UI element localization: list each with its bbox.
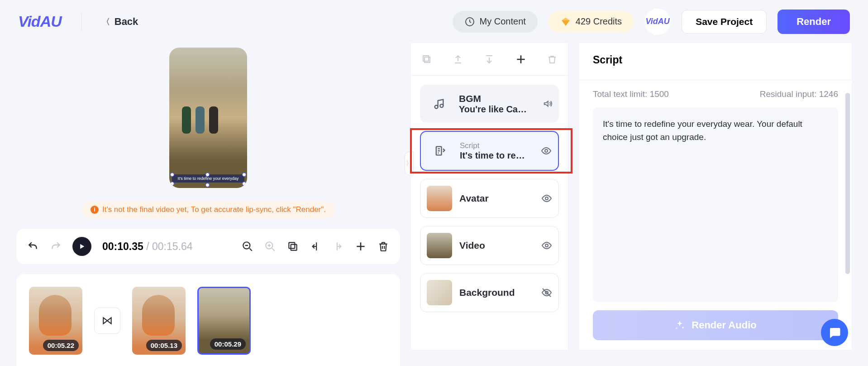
residual-input: Residual input: 1246 [760, 89, 838, 99]
chevron-left-icon: 〈 [102, 16, 110, 27]
layer-value: It's time to re… [460, 150, 534, 161]
undo-button[interactable] [27, 241, 39, 252]
back-label: Back [114, 16, 138, 28]
clip-duration: 00:05.13 [146, 340, 182, 351]
layer-label: Video [459, 240, 534, 251]
info-icon: i [91, 206, 99, 214]
duration: 00:15.64 [152, 241, 193, 252]
svg-rect-5 [424, 57, 430, 63]
hidden-icon[interactable] [541, 287, 552, 298]
clip-3[interactable]: 00:05.29 [197, 287, 251, 355]
layer-label: Avatar [459, 193, 534, 204]
scrollbar[interactable] [845, 93, 850, 274]
panel-title: Script [579, 43, 852, 80]
layer-value: You're like Ca… [459, 104, 535, 115]
video-preview[interactable]: It's time to redefine your everyday [169, 48, 247, 188]
transition-button[interactable] [94, 308, 120, 334]
background-thumb [427, 280, 452, 305]
layer-background[interactable]: Background [420, 273, 559, 312]
render-button[interactable]: Render [777, 10, 850, 34]
zoom-in-button[interactable] [264, 241, 276, 252]
duplicate-layer-icon[interactable] [420, 53, 433, 66]
send-backward-icon[interactable] [483, 53, 496, 66]
layers-panel: 〉 BGM You're like Ca… [411, 43, 568, 350]
clip-2[interactable]: 00:05.13 [132, 287, 186, 355]
zoom-out-button[interactable] [242, 241, 253, 252]
redo-button[interactable] [50, 241, 62, 252]
layer-script[interactable]: Script It's time to re… [420, 131, 559, 171]
layer-label: BGM [459, 93, 535, 104]
total-limit: Total text limit: 1500 [593, 89, 669, 99]
copy-button[interactable] [287, 241, 299, 252]
clip-duration: 00:05.22 [43, 340, 79, 351]
layer-label: Background [459, 287, 534, 298]
layer-bgm[interactable]: BGM You're like Ca… [420, 85, 559, 123]
warning-text: It's not the final video yet, To get acc… [102, 205, 326, 214]
add-layer-icon[interactable] [515, 53, 527, 66]
render-audio-button[interactable]: Render Audio [593, 310, 838, 340]
my-content-label: My Content [480, 16, 526, 27]
music-icon [426, 91, 452, 116]
svg-rect-6 [423, 56, 429, 61]
clip-strip: 00:05.22 00:05.13 00:05.29 [16, 274, 400, 366]
credits-button[interactable]: 429 Credits [548, 11, 634, 33]
clip-duration: 00:05.29 [210, 338, 246, 350]
brand-avatar[interactable]: VidAU [644, 9, 671, 35]
svg-point-10 [545, 149, 548, 152]
visibility-icon[interactable] [541, 240, 552, 251]
main: It's time to redefine your everyday i It… [0, 43, 868, 366]
visibility-icon[interactable] [541, 145, 552, 156]
delete-button[interactable] [377, 241, 389, 252]
split-right-button[interactable] [332, 241, 344, 252]
credits-icon [560, 16, 571, 27]
save-project-button[interactable]: Save Project [682, 10, 767, 34]
clock-icon [464, 16, 475, 27]
visibility-icon[interactable] [541, 193, 552, 204]
header: VidAU 〈 Back My Content 429 Credits VidA… [0, 0, 868, 43]
svg-rect-4 [289, 242, 295, 248]
svg-rect-3 [291, 245, 297, 250]
my-content-button[interactable]: My Content [453, 11, 538, 33]
script-panel: Script Total text limit: 1500 Residual i… [579, 43, 852, 350]
script-icon [427, 138, 453, 164]
video-thumb [427, 233, 452, 258]
volume-icon[interactable] [543, 99, 553, 109]
delete-layer-icon[interactable] [546, 53, 558, 66]
credits-label: 429 Credits [576, 16, 622, 27]
svg-point-11 [545, 197, 548, 200]
render-warning: i It's not the final video yet, To get a… [81, 202, 335, 218]
bring-forward-icon[interactable] [452, 53, 464, 66]
avatar-thumb [427, 186, 452, 211]
add-button[interactable] [355, 241, 367, 252]
script-textarea[interactable]: It's time to redefine your everyday wear… [593, 107, 838, 302]
svg-point-12 [545, 244, 548, 247]
split-left-button[interactable] [310, 241, 321, 252]
time-display: 00:10.35 / 00:15.64 [102, 241, 193, 253]
layer-video[interactable]: Video [420, 226, 559, 265]
editor-area: It's time to redefine your everyday i It… [16, 43, 400, 350]
layer-avatar[interactable]: Avatar [420, 179, 559, 218]
chat-button[interactable] [821, 319, 848, 346]
chat-icon [828, 326, 841, 339]
sparkle-icon [674, 320, 685, 331]
layer-label: Script [460, 141, 534, 150]
timeline-toolbar: 00:10.35 / 00:15.64 [16, 229, 400, 264]
text-limits: Total text limit: 1500 Residual input: 1… [579, 80, 852, 107]
current-time: 00:10.35 [102, 241, 143, 252]
render-audio-label: Render Audio [692, 319, 756, 331]
logo[interactable]: VidAU [18, 13, 62, 30]
back-button[interactable]: 〈 Back [102, 16, 138, 28]
play-button[interactable] [72, 237, 91, 256]
clip-1[interactable]: 00:05.22 [29, 287, 82, 355]
layers-toolbar [411, 43, 568, 76]
collapse-panel-button[interactable]: 〉 [405, 152, 414, 175]
divider [81, 13, 82, 31]
